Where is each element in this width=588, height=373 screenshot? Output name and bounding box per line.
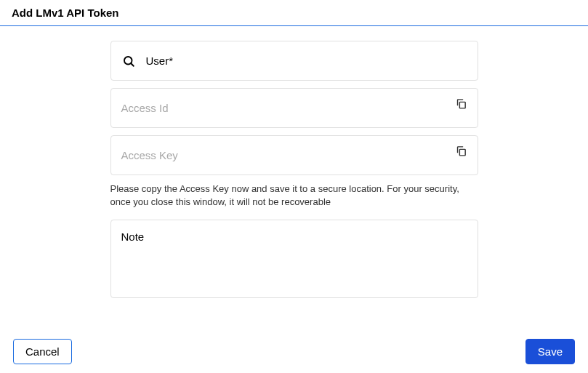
dialog-content: Access Id Access Key Please copy the Acc… [0,26,588,305]
user-field[interactable] [110,41,478,81]
copy-icon[interactable] [454,143,469,158]
search-icon [121,54,136,68]
access-id-label: Access Id [121,102,169,114]
svg-rect-3 [459,149,465,156]
user-input[interactable] [146,55,467,67]
note-field[interactable] [110,220,478,298]
dialog-header: Add LMv1 API Token [0,0,588,26]
save-button[interactable]: Save [525,339,575,364]
access-key-helper-text: Please copy the Access Key now and save … [110,183,478,208]
dialog-title: Add LMv1 API Token [12,7,119,19]
svg-line-1 [131,63,134,66]
token-form: Access Id Access Key Please copy the Acc… [110,41,478,305]
access-key-field: Access Key [110,135,478,175]
access-key-label: Access Key [121,149,178,161]
dialog-footer: Cancel Save [0,329,588,373]
access-id-field: Access Id [110,88,478,128]
copy-icon[interactable] [454,96,469,111]
cancel-button[interactable]: Cancel [13,339,72,364]
note-textarea[interactable] [121,230,467,287]
svg-rect-2 [459,102,465,108]
